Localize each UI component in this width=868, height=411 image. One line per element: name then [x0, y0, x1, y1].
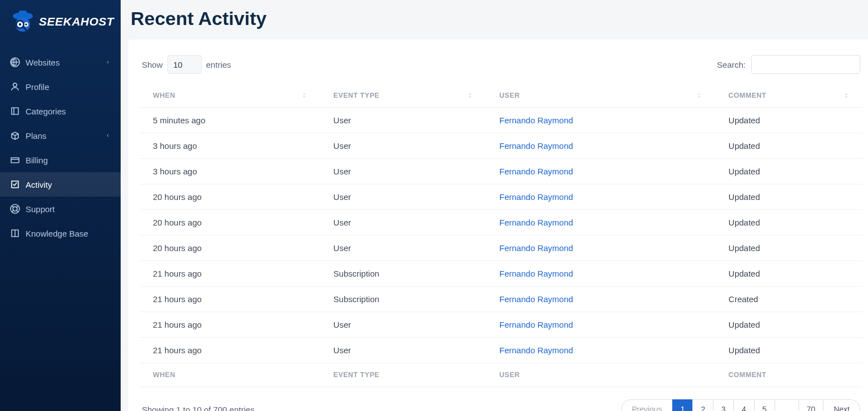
user-link[interactable]: Fernando Raymond — [499, 345, 573, 355]
page-prev[interactable]: Previous — [621, 399, 672, 411]
sort-icon — [467, 92, 473, 99]
cell-comment: Updated — [715, 338, 862, 363]
cell-user: Fernando Raymond — [486, 312, 715, 338]
cell-when: 5 minutes ago — [140, 108, 320, 133]
cell-user: Fernando Raymond — [486, 261, 715, 287]
sidebar-item-websites[interactable]: Websites — [0, 50, 121, 74]
sidebar-icon — [10, 106, 20, 116]
cell-event-type: User — [320, 184, 486, 210]
user-link[interactable]: Fernando Raymond — [499, 192, 573, 202]
cell-when: 21 hours ago — [140, 261, 320, 287]
page-5[interactable]: 5 — [754, 399, 775, 411]
page-3[interactable]: 3 — [713, 399, 734, 411]
cell-when: 20 hours ago — [140, 235, 320, 261]
show-suffix: entries — [206, 60, 231, 69]
activity-panel: Show entries Search: WHEN EVENT TYPE — [128, 39, 868, 411]
foot-event-type: EVENT TYPE — [320, 363, 486, 387]
table-footer: Showing 1 to 10 of 700 entries Previous1… — [140, 399, 862, 411]
cell-comment: Updated — [715, 184, 862, 210]
mascot-icon — [10, 8, 36, 36]
entries-select[interactable] — [167, 55, 202, 74]
search-wrap: Search: — [717, 55, 860, 74]
cell-comment: Updated — [715, 312, 862, 338]
foot-user: USER — [486, 363, 715, 387]
page-header: Recent Activity — [121, 0, 868, 39]
page-70[interactable]: 70 — [798, 399, 824, 411]
cell-user: Fernando Raymond — [486, 133, 715, 159]
sidebar-item-label: Categories — [26, 107, 66, 116]
cell-user: Fernando Raymond — [486, 184, 715, 210]
sidebar-item-profile[interactable]: Profile — [0, 74, 121, 99]
box-icon — [10, 131, 20, 141]
sort-icon — [844, 92, 849, 99]
cell-event-type: User — [320, 108, 486, 133]
user-link[interactable]: Fernando Raymond — [499, 141, 573, 151]
sidebar-item-billing[interactable]: Billing — [0, 148, 121, 172]
cell-comment: Updated — [715, 108, 862, 133]
brand-name: SEEKAHOST — [39, 15, 114, 28]
main-content: Recent Activity Show entries Search: WHE… — [121, 0, 868, 411]
page-next[interactable]: Next — [823, 399, 860, 411]
table-row: 21 hours agoUserFernando RaymondUpdated — [140, 338, 862, 363]
sidebar-item-label: Profile — [26, 82, 49, 92]
cell-comment: Updated — [715, 133, 862, 159]
sidebar-item-support[interactable]: Support — [0, 197, 121, 221]
sidebar: SEEKAHOST WebsitesProfileCategoriesPlans… — [0, 0, 121, 411]
cell-event-type: User — [320, 312, 486, 338]
table-row: 21 hours agoUserFernando RaymondUpdated — [140, 312, 862, 338]
brand-logo[interactable]: SEEKAHOST — [0, 0, 121, 40]
sidebar-item-label: Websites — [26, 58, 59, 67]
page-2[interactable]: 2 — [692, 399, 713, 411]
sidebar-item-label: Support — [26, 204, 55, 214]
user-link[interactable]: Fernando Raymond — [499, 269, 573, 278]
table-row: 21 hours agoSubscriptionFernando Raymond… — [140, 261, 862, 287]
col-comment[interactable]: COMMENT — [715, 84, 862, 108]
page-title: Recent Activity — [131, 8, 858, 29]
user-link[interactable]: Fernando Raymond — [499, 243, 573, 253]
cell-user: Fernando Raymond — [486, 159, 715, 184]
cell-when: 21 hours ago — [140, 338, 320, 363]
cell-event-type: User — [320, 210, 486, 235]
foot-when: WHEN — [140, 363, 320, 387]
svg-rect-1 — [19, 11, 27, 16]
svg-point-6 — [25, 23, 27, 26]
cell-event-type: User — [320, 159, 486, 184]
cell-user: Fernando Raymond — [486, 235, 715, 261]
page-4[interactable]: 4 — [733, 399, 755, 411]
col-user[interactable]: USER — [486, 84, 715, 108]
chevron-left-icon — [105, 133, 111, 138]
table-row: 3 hours agoUserFernando RaymondUpdated — [140, 159, 862, 184]
user-link[interactable]: Fernando Raymond — [499, 167, 573, 176]
col-event-type[interactable]: EVENT TYPE — [320, 84, 486, 108]
pagination: Previous12345…70Next — [622, 399, 860, 411]
table-row: 3 hours agoUserFernando RaymondUpdated — [140, 133, 862, 159]
cell-when: 20 hours ago — [140, 210, 320, 235]
user-link[interactable]: Fernando Raymond — [499, 116, 573, 125]
show-prefix: Show — [142, 60, 163, 69]
cell-when: 3 hours ago — [140, 159, 320, 184]
user-link[interactable]: Fernando Raymond — [499, 218, 573, 227]
page-ellipsis: … — [775, 399, 799, 411]
col-when[interactable]: WHEN — [140, 84, 320, 108]
cell-when: 21 hours ago — [140, 312, 320, 338]
cell-comment: Updated — [715, 235, 862, 261]
page-1[interactable]: 1 — [672, 399, 693, 411]
search-input[interactable] — [751, 55, 860, 74]
sidebar-item-categories[interactable]: Categories — [0, 99, 121, 123]
cell-comment: Created — [715, 287, 862, 312]
cell-when: 21 hours ago — [140, 287, 320, 312]
sidebar-item-plans[interactable]: Plans — [0, 123, 121, 148]
sidebar-nav: WebsitesProfileCategoriesPlansBillingAct… — [0, 50, 121, 245]
sidebar-item-knowledge-base[interactable]: Knowledge Base — [0, 221, 121, 245]
activity-tbody: 5 minutes agoUserFernando RaymondUpdated… — [140, 108, 862, 363]
cell-event-type: User — [320, 235, 486, 261]
user-link[interactable]: Fernando Raymond — [499, 320, 573, 329]
sidebar-item-activity[interactable]: Activity — [0, 172, 121, 197]
activity-table: WHEN EVENT TYPE USER COMMENT — [140, 84, 862, 387]
table-row: 20 hours agoUserFernando RaymondUpdated — [140, 210, 862, 235]
sidebar-item-label: Knowledge Base — [26, 229, 88, 238]
table-info: Showing 1 to 10 of 700 entries — [142, 405, 255, 412]
table-row: 20 hours agoUserFernando RaymondUpdated — [140, 235, 862, 261]
user-link[interactable]: Fernando Raymond — [499, 294, 573, 304]
cell-event-type: User — [320, 338, 486, 363]
